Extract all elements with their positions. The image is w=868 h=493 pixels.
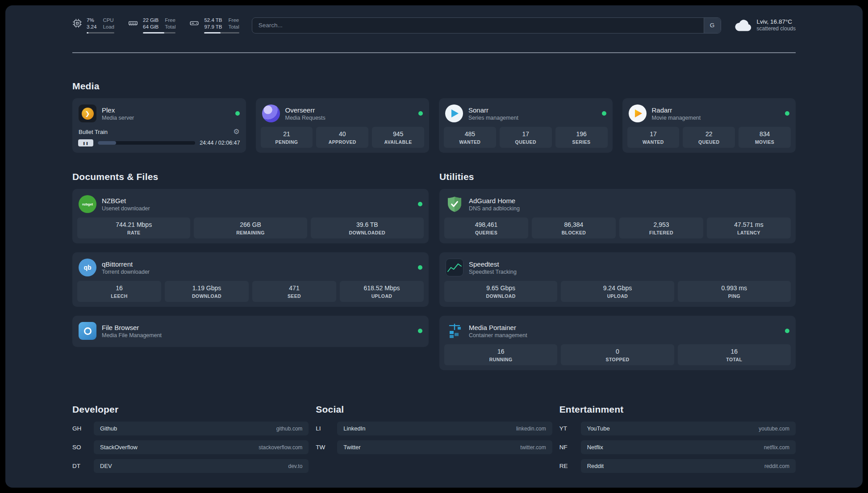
disk-total-value: 97.9 TB xyxy=(204,24,222,30)
service-card-portainer: Media Portainer Container management 16 … xyxy=(439,316,796,370)
service-desc: Media Requests xyxy=(285,115,326,121)
service-name: NZBGet xyxy=(102,197,150,205)
stat-remaining: 266 GB REMAINING xyxy=(194,217,307,238)
service-name: AdGuard Home xyxy=(469,197,520,205)
stat-available: 945 AVAILABLE xyxy=(372,127,424,148)
gear-icon[interactable]: ⚙ xyxy=(233,128,239,135)
section-title-documents: Documents & Files xyxy=(72,171,429,182)
service-card-filebrowser: File Browser Media File Management xyxy=(72,316,429,347)
bookmark-group-developer: Developer GH Github github.com SO StackO… xyxy=(72,404,309,478)
stat-latency: 47.571 ms LATENCY xyxy=(707,217,791,238)
service-name: Speedtest xyxy=(469,260,517,268)
section-title-utilities: Utilities xyxy=(439,171,796,182)
service-card-nzbget: nzbget NZBGet Usenet downloader 744.21 M… xyxy=(72,189,429,243)
memory-widget: 22 GiB Free 64 GiB Total xyxy=(128,17,175,33)
adguard-shield-icon xyxy=(446,195,463,213)
pause-button[interactable]: ❚❚ xyxy=(78,139,93,146)
service-desc: Speedtest Tracking xyxy=(469,269,517,275)
service-card-plex: ❯ Plex Media server Bullet Train ⚙ ❚❚ 24… xyxy=(72,98,246,153)
stat-queued: 17 QUEUED xyxy=(500,127,552,148)
status-dot xyxy=(418,111,423,116)
service-desc: Media server xyxy=(102,115,134,121)
overseerr-icon xyxy=(262,104,280,122)
playback-progress-bar[interactable] xyxy=(98,141,195,145)
cloud-icon xyxy=(734,19,752,32)
cpu-chip-icon xyxy=(72,18,82,28)
service-link-plex[interactable]: ❯ Plex Media server xyxy=(77,102,241,127)
service-desc: Media File Management xyxy=(102,332,162,338)
plex-icon: ❯ xyxy=(79,104,96,122)
stat-wanted: 485 WANTED xyxy=(444,127,496,148)
cpu-load-label: Load xyxy=(103,24,114,30)
stat-blocked: 86,384 BLOCKED xyxy=(532,217,616,238)
search-input[interactable] xyxy=(252,17,721,33)
stat-leech: 16 LEECH xyxy=(77,281,161,302)
status-dot xyxy=(235,111,240,116)
bookmark-reddit[interactable]: RE Reddit reddit.com xyxy=(559,459,796,473)
service-link-filebrowser[interactable]: File Browser Media File Management xyxy=(77,320,424,342)
status-dot xyxy=(418,202,422,206)
status-dot xyxy=(785,329,789,333)
service-desc: Torrent downloader xyxy=(102,269,150,275)
bookmark-github[interactable]: GH Github github.com xyxy=(72,422,309,435)
memory-icon xyxy=(128,18,138,28)
stat-movies: 834 MOVIES xyxy=(739,127,791,148)
speedtest-chart-icon xyxy=(446,259,463,276)
service-name: Plex xyxy=(102,106,134,114)
bookmark-netflix[interactable]: NF Netflix netflix.com xyxy=(559,440,796,454)
stat-seed: 471 SEED xyxy=(252,281,336,302)
bookmark-group-social: Social LI LinkedIn linkedin.com TW Twitt… xyxy=(316,404,552,478)
nzbget-icon: nzbget xyxy=(79,195,96,213)
search-provider-button[interactable]: G xyxy=(704,18,721,33)
cpu-widget: 7% CPU 3.24 Load xyxy=(72,17,114,33)
portainer-crane-icon xyxy=(446,322,463,340)
service-desc: Container management xyxy=(469,332,527,338)
stat-ping: 0.993 ms PING xyxy=(678,281,791,302)
bookmark-linkedin[interactable]: LI LinkedIn linkedin.com xyxy=(316,422,552,435)
qbittorrent-icon: qb xyxy=(79,259,96,276)
stat-stopped: 0 STOPPED xyxy=(561,344,674,365)
disk-free-label: Free xyxy=(229,17,239,23)
stat-filtered: 2,953 FILTERED xyxy=(619,217,703,238)
disk-total-label: Total xyxy=(229,24,239,30)
service-name: Media Portainer xyxy=(469,324,527,331)
cpu-progress-bar xyxy=(87,32,114,33)
bookmark-dev[interactable]: DT DEV dev.to xyxy=(72,459,309,473)
service-link-adguard[interactable]: AdGuard Home DNS and adblocking xyxy=(444,193,791,217)
cpu-load-value: 3.24 xyxy=(87,24,96,30)
service-link-overseerr[interactable]: Overseerr Media Requests xyxy=(261,102,425,127)
service-card-sonarr: Sonarr Series management 485 WANTED 17 Q… xyxy=(439,98,613,153)
service-link-portainer[interactable]: Media Portainer Container management xyxy=(444,320,791,344)
service-card-speedtest: Speedtest Speedtest Tracking 9.65 Gbps D… xyxy=(439,252,796,307)
memory-free-value: 22 GiB xyxy=(143,17,159,23)
service-link-qbittorrent[interactable]: qb qBittorrent Torrent downloader xyxy=(77,256,424,281)
bookmark-youtube[interactable]: YT YouTube youtube.com xyxy=(559,422,796,435)
weather-condition: scattered clouds xyxy=(757,25,796,32)
service-link-nzbget[interactable]: nzbget NZBGet Usenet downloader xyxy=(77,193,424,217)
stat-running: 16 RUNNING xyxy=(444,344,557,365)
stat-download: 9.65 Gbps DOWNLOAD xyxy=(444,281,557,302)
service-link-radarr[interactable]: Radarr Movie management xyxy=(627,102,791,127)
status-dot xyxy=(785,111,789,116)
bookmark-twitter[interactable]: TW Twitter twitter.com xyxy=(316,440,552,454)
service-name: File Browser xyxy=(102,324,162,331)
stat-queued: 22 QUEUED xyxy=(683,127,735,148)
now-playing-title: Bullet Train xyxy=(79,129,108,135)
plex-player: ❚❚ 24:44 / 02:06:47 xyxy=(77,139,241,146)
service-name: Overseerr xyxy=(285,106,326,114)
service-desc: DNS and adblocking xyxy=(469,205,520,212)
sonarr-icon xyxy=(445,104,463,122)
bookmark-stackoverflow[interactable]: SO StackOverflow stackoverflow.com xyxy=(72,440,309,454)
service-link-speedtest[interactable]: Speedtest Speedtest Tracking xyxy=(444,256,791,281)
status-dot xyxy=(418,265,422,270)
service-link-sonarr[interactable]: Sonarr Series management xyxy=(444,102,608,127)
memory-total-value: 64 GiB xyxy=(143,24,159,30)
disk-progress-bar xyxy=(204,32,239,33)
dashboard-page: 7% CPU 3.24 Load 22 xyxy=(5,5,863,488)
service-card-overseerr: Overseerr Media Requests 21 PENDING 40 A… xyxy=(256,98,430,153)
disk-widget: 52.4 TB Free 97.9 TB Total xyxy=(189,17,239,33)
stat-upload: 618.52 Mbps UPLOAD xyxy=(340,281,424,302)
section-title-social: Social xyxy=(316,404,552,415)
memory-progress-bar xyxy=(143,32,175,33)
status-dot xyxy=(602,111,606,116)
